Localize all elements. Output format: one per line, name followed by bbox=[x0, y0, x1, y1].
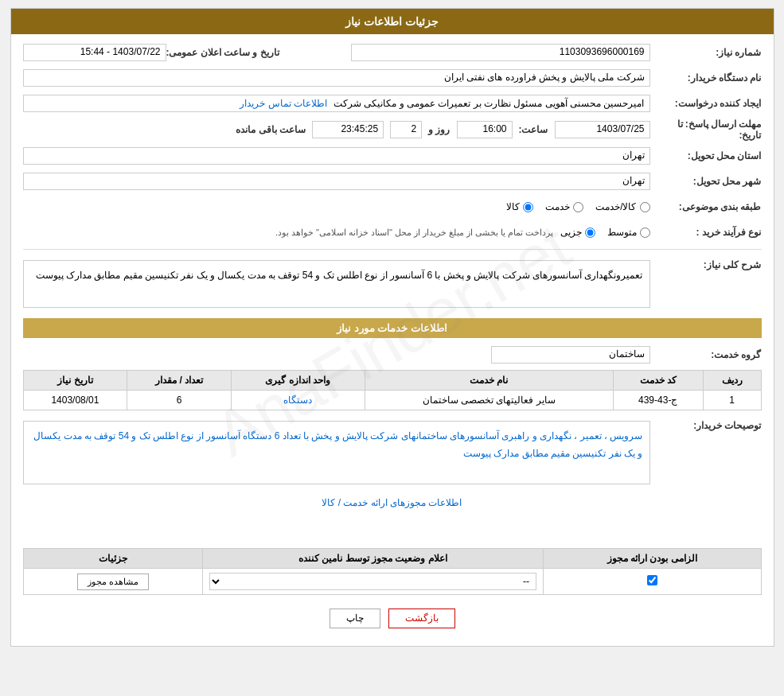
reference-number-value: 1103093696000169 bbox=[351, 44, 650, 61]
services-header-title: اطلاعات خدمات مورد نیاز bbox=[337, 322, 447, 334]
description-row: شرح کلی نیاز: تعمیرونگهداری آسانسورهای ش… bbox=[23, 256, 762, 312]
permit-required-checkbox[interactable] bbox=[647, 575, 657, 585]
row-unit[interactable]: دستگاه bbox=[232, 391, 365, 410]
creator-contact-link[interactable]: اطلاعات تماس خریدار bbox=[240, 98, 327, 109]
category-radio-kala-khedmat[interactable] bbox=[640, 202, 650, 212]
creator-value: امیرحسین محسنی آهویی مسئول نظارت بر تعمی… bbox=[333, 98, 644, 109]
buyer-org-value: شرکت ملی پالایش و پخش فراورده های نفتی ا… bbox=[23, 69, 650, 87]
permit-col-status: اعلام وضعیت مجوز توسط نامین کننده bbox=[202, 549, 543, 569]
buyer-desc-value: سرویس ، تعمیر ، نگهداری و راهبری آسانسور… bbox=[23, 421, 650, 484]
permit-table-body: -- مشاهده مجوز bbox=[23, 569, 761, 595]
table-row: 1 ج-43-439 سایر فعالیتهای تخصصی ساختمان … bbox=[23, 391, 761, 410]
description-text: تعمیرونگهداری آسانسورهای شرکت پالایش و پ… bbox=[36, 270, 643, 281]
permit-required-cell bbox=[544, 569, 761, 595]
permit-col-details: جزئیات bbox=[23, 549, 202, 569]
reference-row: شماره نیاز: 1103093696000169 تاریخ و ساع… bbox=[23, 42, 762, 63]
process-option-jozii[interactable]: جزیی bbox=[560, 227, 595, 238]
deadline-days: 2 bbox=[390, 121, 422, 138]
row-date: 1403/08/01 bbox=[23, 391, 127, 410]
category-radio-khedmat[interactable] bbox=[573, 202, 583, 212]
col-header-date: تاریخ نیاز bbox=[23, 371, 127, 391]
permit-link-text: اطلاعات مجوزهای ارائه خدمت / کالا bbox=[322, 497, 462, 508]
services-table-body: 1 ج-43-439 سایر فعالیتهای تخصصی ساختمان … bbox=[23, 391, 761, 410]
category-label: طبقه بندی موضوعی: bbox=[650, 201, 762, 212]
main-content: AnaFinder.net شماره نیاز: 11030936960001… bbox=[11, 34, 774, 646]
reference-number-label: شماره نیاز: bbox=[650, 47, 762, 58]
deadline-label: مهلت ارسال پاسخ: تا تاریخ: bbox=[650, 119, 762, 141]
description-value: تعمیرونگهداری آسانسورهای شرکت پالایش و پ… bbox=[23, 260, 650, 308]
row-quantity: 6 bbox=[127, 391, 232, 410]
category-option-khedmat[interactable]: خدمت bbox=[545, 201, 583, 212]
category-option-kala[interactable]: کالا bbox=[506, 201, 533, 212]
col-header-quantity: تعداد / مقدار bbox=[127, 371, 232, 391]
process-label-jozii: جزیی bbox=[560, 227, 582, 238]
process-radio-jozii[interactable] bbox=[585, 227, 595, 238]
services-header: اطلاعات خدمات مورد نیاز bbox=[23, 318, 762, 338]
city-row: شهر محل تحویل: تهران bbox=[23, 171, 762, 192]
category-radio-group: کالا/خدمت خدمت کالا bbox=[506, 201, 649, 212]
permit-status-cell: -- bbox=[202, 569, 543, 595]
process-label: نوع فرآیند خرید : bbox=[650, 227, 762, 238]
process-option-motavasset[interactable]: متوسط bbox=[607, 227, 650, 238]
deadline-days-label: روز و bbox=[428, 124, 450, 135]
list-item: -- مشاهده مجوز bbox=[23, 569, 761, 595]
category-option-kala-khedmat[interactable]: کالا/خدمت bbox=[595, 201, 649, 212]
city-label: شهر محل تحویل: bbox=[650, 176, 762, 187]
permit-table: الزامی بودن ارائه مجوز اعلام وضعیت مجوز … bbox=[23, 548, 762, 595]
creator-row: ایجاد کننده درخواست: امیرحسین محسنی آهوی… bbox=[23, 93, 762, 114]
province-label: استان محل تحویل: bbox=[650, 150, 762, 161]
deadline-time: 16:00 bbox=[457, 121, 513, 138]
permit-status-select[interactable]: -- bbox=[209, 573, 536, 590]
main-container: جزئیات اطلاعات نیاز AnaFinder.net شماره … bbox=[10, 8, 774, 647]
process-radio-motavasset[interactable] bbox=[640, 227, 650, 238]
deadline-date: 1403/07/25 bbox=[555, 121, 650, 138]
deadline-time-label: ساعت: bbox=[519, 124, 548, 135]
col-header-code: کد خدمت bbox=[613, 371, 703, 391]
category-label-kala-khedmat: کالا/خدمت bbox=[595, 201, 636, 212]
divider-1 bbox=[23, 249, 762, 250]
col-header-row: ردیف bbox=[703, 371, 761, 391]
service-group-label: گروه خدمت: bbox=[650, 349, 762, 360]
buyer-desc-row: توصیحات خریدار: سرویس ، تعمیر ، نگهداری … bbox=[23, 417, 762, 488]
province-value: تهران bbox=[23, 147, 650, 165]
service-group-value: ساختمان bbox=[491, 346, 650, 364]
creator-value-box: امیرحسین محسنی آهویی مسئول نظارت بر تعمی… bbox=[23, 95, 650, 112]
permit-spacer bbox=[23, 512, 762, 544]
buyer-desc-label: توصیحات خریدار: bbox=[650, 417, 762, 431]
province-row: استان محل تحویل: تهران bbox=[23, 146, 762, 166]
creator-label: ایجاد کننده درخواست: bbox=[650, 98, 762, 109]
buyer-desc-text: سرویس ، تعمیر ، نگهداری و راهبری آسانسور… bbox=[33, 430, 642, 459]
process-radio-group: متوسط جزیی bbox=[560, 227, 650, 238]
public-date-label: تاریخ و ساعت اعلان عمومی: bbox=[166, 47, 279, 58]
row-code: ج-43-439 bbox=[613, 391, 703, 410]
buyer-org-label: نام دستگاه خریدار: bbox=[650, 72, 762, 84]
deadline-remain: 23:45:25 bbox=[312, 121, 384, 138]
category-row: طبقه بندی موضوعی: کالا/خدمت خدمت کالا bbox=[23, 196, 762, 217]
permit-link[interactable]: اطلاعات مجوزهای ارائه خدمت / کالا bbox=[23, 493, 762, 512]
process-group: متوسط جزیی پرداخت تمام یا بخشی از مبلغ خ… bbox=[23, 227, 650, 238]
category-radio-kala[interactable] bbox=[523, 202, 533, 212]
print-button[interactable]: چاپ bbox=[330, 609, 380, 628]
permit-details-cell: مشاهده مجوز bbox=[23, 569, 202, 595]
description-label: شرح کلی نیاز: bbox=[650, 256, 762, 270]
service-group-row: گروه خدمت: ساختمان bbox=[23, 344, 762, 365]
process-label-motavasset: متوسط bbox=[607, 227, 637, 238]
deadline-row: مهلت ارسال پاسخ: تا تاریخ: 1403/07/25 سا… bbox=[23, 119, 762, 141]
view-permit-button[interactable]: مشاهده مجوز bbox=[77, 574, 149, 590]
public-date-value: 1403/07/22 - 15:44 bbox=[23, 44, 166, 61]
page-title: جزئیات اطلاعات نیاز bbox=[345, 15, 439, 28]
city-value: تهران bbox=[23, 173, 650, 190]
row-num: 1 bbox=[703, 391, 761, 410]
deadline-group: 1403/07/25 ساعت: 16:00 روز و 2 23:45:25 … bbox=[23, 121, 650, 138]
permit-col-required: الزامی بودن ارائه مجوز bbox=[544, 549, 761, 569]
page-header: جزئیات اطلاعات نیاز bbox=[11, 9, 774, 34]
services-table-header-row: ردیف کد خدمت نام خدمت واحد اندازه گیری ت… bbox=[23, 371, 761, 391]
category-label-kala: کالا bbox=[506, 201, 520, 212]
permit-table-header-row: الزامی بودن ارائه مجوز اعلام وضعیت مجوز … bbox=[23, 549, 761, 569]
col-header-name: نام خدمت bbox=[365, 371, 613, 391]
category-label-khedmat: خدمت bbox=[545, 201, 570, 212]
col-header-unit: واحد اندازه گیری bbox=[232, 371, 365, 391]
footer-buttons: بازگشت چاپ bbox=[23, 599, 762, 638]
services-table: ردیف کد خدمت نام خدمت واحد اندازه گیری ت… bbox=[23, 370, 762, 410]
back-button[interactable]: بازگشت bbox=[388, 609, 455, 628]
